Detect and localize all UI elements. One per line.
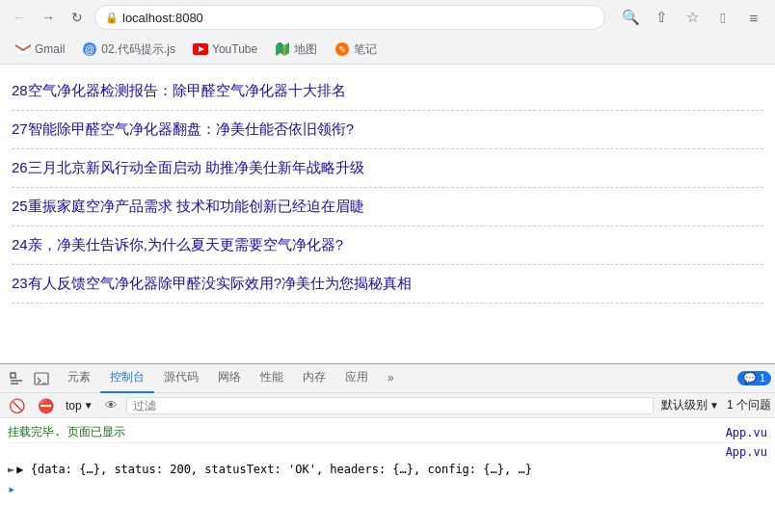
article-23[interactable]: 23有人反馈空气净化器除甲醛没实际效用?净美仕为您揭秘真相 — [12, 265, 763, 304]
youtube-icon — [193, 41, 208, 57]
article-26[interactable]: 26三月北京新风行动全面启动 助推净美仕新年战略升级 — [12, 149, 763, 188]
gmail-icon — [15, 41, 31, 57]
filter-input[interactable] — [126, 397, 654, 414]
console-link2-line: App.vu — [8, 443, 767, 461]
maps-icon — [275, 41, 290, 57]
console-output: 挂载完毕. 页面已显示 App.vu App.vu ► ▶ {data: {…}… — [0, 418, 775, 503]
svg-text:@: @ — [85, 44, 94, 55]
address-bar[interactable]: 🔒 localhost:8080 — [94, 5, 605, 30]
tab-console[interactable]: 控制台 — [100, 364, 154, 393]
back-button[interactable]: ← — [8, 6, 31, 29]
issues-count: 1 个问题 — [727, 397, 771, 413]
tab-source[interactable]: 源代码 — [154, 364, 208, 393]
code-hint-icon: @ — [82, 41, 97, 57]
menu-icon[interactable]: ≡ — [740, 4, 767, 31]
bookmark-maps[interactable]: 地图 — [267, 39, 325, 61]
console-input[interactable] — [19, 482, 212, 496]
svg-rect-7 — [11, 373, 15, 378]
code-hint-label: 02.代码提示.js — [101, 41, 175, 58]
svg-rect-8 — [35, 373, 48, 385]
main-content: 28空气净化器检测报告：除甲醛空气净化器十大排名 27智能除甲醛空气净化器翻盘：… — [0, 65, 775, 363]
forward-button[interactable]: → — [37, 6, 60, 29]
expand-arrow-icon[interactable]: ► — [8, 463, 14, 476]
share-icon[interactable]: ⇧ — [648, 4, 675, 31]
devtools-tool-icons — [4, 366, 54, 391]
browser-chrome: ← → ↻ 🔒 localhost:8080 🔍 ⇧ ☆ 🟯 ≡ G — [0, 0, 775, 65]
bookmark-notes[interactable]: ✎ 笔记 — [327, 39, 385, 61]
console-status-text: 挂载完毕. 页面已显示 — [8, 424, 125, 440]
article-28[interactable]: 28空气净化器检测报告：除甲醛空气净化器十大排名 — [12, 72, 763, 111]
console-obj-text: ▶ {data: {…}, status: 200, statusText: '… — [16, 463, 532, 476]
devtools-tabs: 元素 控制台 源代码 网络 性能 内存 应用 » 💬 1 — [0, 364, 775, 393]
console-badge: 💬 1 — [737, 371, 771, 386]
console-icon[interactable] — [29, 366, 54, 391]
console-toolbar: 🚫 ⛔ top ▼ 👁 默认级别 ▼ 1 个问题 — [0, 393, 775, 418]
devtools-panel: 元素 控制台 源代码 网络 性能 内存 应用 » 💬 1 — [0, 363, 775, 532]
eye-icon[interactable]: 👁 — [101, 395, 122, 416]
block-icon[interactable]: ⛔ — [33, 393, 58, 418]
tab-memory[interactable]: 内存 — [293, 364, 335, 393]
inspector-icon[interactable] — [4, 366, 29, 391]
address-text: localhost:8080 — [122, 11, 595, 25]
search-icon[interactable]: 🔍 — [617, 4, 644, 31]
article-25[interactable]: 25重振家庭空净产品需求 技术和功能创新已经迫在眉睫 — [12, 188, 763, 226]
bookmark-gmail[interactable]: Gmail — [8, 39, 72, 60]
svg-text:✎: ✎ — [338, 44, 346, 55]
notes-icon: ✎ — [334, 41, 350, 57]
console-status-line: 挂载完毕. 页面已显示 App.vu — [8, 422, 767, 443]
extensions-icon[interactable]: 🟯 — [709, 4, 736, 31]
console-input-line: ▸ — [8, 478, 767, 499]
bookmark-star-icon[interactable]: ☆ — [679, 4, 706, 31]
article-24[interactable]: 24亲，净美仕告诉你,为什么夏天更需要空气净化器? — [12, 226, 763, 265]
context-selector[interactable]: top ▼ — [62, 397, 97, 414]
console-link1[interactable]: App.vu — [726, 426, 767, 439]
clear-console-icon[interactable]: 🚫 — [4, 393, 29, 418]
bookmark-youtube[interactable]: YouTube — [185, 39, 265, 60]
maps-label: 地图 — [294, 41, 317, 58]
toolbar-icons: 🔍 ⇧ ☆ 🟯 ≡ — [617, 4, 767, 31]
console-obj-line: ► ▶ {data: {…}, status: 200, statusText:… — [8, 461, 767, 478]
console-link2[interactable]: App.vu — [726, 445, 767, 459]
tab-network[interactable]: 网络 — [208, 364, 251, 393]
svg-rect-0 — [15, 43, 31, 55]
refresh-button[interactable]: ↻ — [66, 6, 89, 29]
lock-icon: 🔒 — [105, 12, 119, 24]
bookmark-code-hint[interactable]: @ 02.代码提示.js — [74, 39, 183, 61]
tab-application[interactable]: 应用 — [335, 364, 378, 393]
bookmarks-bar: Gmail @ 02.代码提示.js YouTube — [0, 35, 775, 64]
tab-performance[interactable]: 性能 — [251, 364, 293, 393]
devtools-more: 💬 1 — [737, 371, 771, 386]
console-prompt-icon: ▸ — [8, 481, 15, 496]
gmail-label: Gmail — [35, 42, 65, 56]
tab-elements[interactable]: 元素 — [58, 364, 100, 393]
tab-more[interactable]: » — [378, 364, 404, 393]
notes-label: 笔记 — [354, 41, 377, 58]
title-bar: ← → ↻ 🔒 localhost:8080 🔍 ⇧ ☆ 🟯 ≡ — [0, 0, 775, 35]
level-selector[interactable]: 默认级别 ▼ — [657, 395, 723, 415]
youtube-label: YouTube — [212, 42, 257, 56]
article-27[interactable]: 27智能除甲醛空气净化器翻盘：净美仕能否依旧领衔? — [12, 111, 763, 149]
